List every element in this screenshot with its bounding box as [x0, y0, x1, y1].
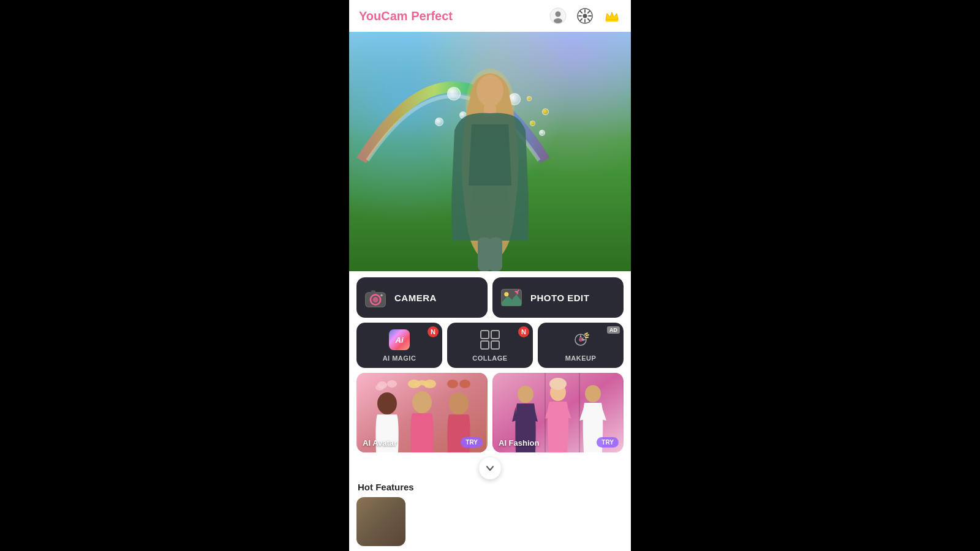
secondary-buttons-row: Ai AI MAGIC N COLLAGE N: [356, 323, 624, 368]
scroll-indicator: [356, 457, 624, 479]
makeup-badge: AD: [607, 326, 620, 334]
camera-button[interactable]: CAMERA: [356, 277, 488, 318]
svg-point-34: [459, 380, 470, 388]
ai-magic-label: AI MAGIC: [383, 354, 417, 362]
hot-features-title: Hot Features: [356, 482, 624, 492]
app-logo: YouCam Perfect: [359, 9, 453, 23]
ai-magic-button[interactable]: Ai AI MAGIC N: [356, 323, 442, 368]
crown-icon[interactable]: [603, 7, 621, 25]
svg-rect-5: [606, 20, 618, 21]
svg-point-33: [447, 380, 458, 388]
svg-point-25: [377, 392, 397, 414]
hero-image: [349, 32, 631, 271]
svg-point-36: [518, 386, 533, 403]
svg-rect-19: [491, 331, 499, 339]
svg-point-1: [556, 12, 561, 17]
app-container: YouCam Perfect: [349, 0, 631, 551]
svg-point-28: [375, 384, 384, 391]
svg-point-13: [372, 297, 378, 302]
makeup-label: MAKEUP: [565, 354, 597, 362]
svg-point-17: [504, 292, 508, 296]
logo-text-plain: YouCam: [359, 9, 408, 23]
ai-fashion-try-badge: TRY: [597, 437, 619, 448]
svg-point-32: [449, 392, 469, 414]
bottom-panel: CAMERA PHOTO EDIT: [349, 271, 631, 551]
header: YouCam Perfect: [349, 0, 631, 32]
svg-point-29: [412, 391, 432, 413]
main-buttons-row: CAMERA PHOTO EDIT: [356, 277, 624, 318]
svg-point-38: [549, 378, 567, 390]
ai-avatar-label: AI Avatar: [363, 438, 397, 448]
ai-fashion-label: AI Fashion: [499, 438, 539, 448]
makeup-icon: [570, 329, 592, 351]
hot-features-section: Hot Features: [356, 482, 624, 546]
makeup-button[interactable]: MAKEUP AD: [538, 323, 624, 368]
svg-rect-14: [371, 290, 375, 293]
camera-button-icon: [363, 285, 388, 310]
photo-edit-label: PHOTO EDIT: [530, 293, 589, 303]
camera-icon: [364, 286, 387, 309]
collage-icon: [479, 329, 501, 351]
photo-edit-icon: [500, 286, 523, 309]
collage-button[interactable]: COLLAGE N: [447, 323, 533, 368]
svg-point-27: [387, 380, 397, 388]
hot-feature-card-1[interactable]: [356, 497, 405, 546]
collage-badge: N: [518, 326, 529, 337]
settings-icon[interactable]: [576, 7, 594, 25]
svg-point-39: [585, 385, 601, 402]
chevron-down-icon: [485, 463, 495, 473]
ai-fashion-card[interactable]: AI Fashion TRY: [492, 373, 624, 452]
ai-magic-badge: N: [428, 326, 439, 337]
logo-text-colored: Perfect: [411, 9, 453, 23]
photo-edit-button[interactable]: PHOTO EDIT: [492, 277, 624, 318]
svg-point-2: [554, 18, 562, 23]
hot-features-row: [356, 497, 624, 546]
profile-icon[interactable]: [549, 7, 567, 25]
svg-rect-18: [481, 331, 489, 339]
collage-label: COLLAGE: [472, 354, 507, 362]
photo-edit-button-icon: [499, 285, 524, 310]
feature-cards-row: AI Avatar TRY: [356, 373, 624, 452]
ai-avatar-card[interactable]: AI Avatar TRY: [356, 373, 488, 452]
svg-point-23: [579, 338, 582, 342]
scroll-down-button[interactable]: [479, 457, 501, 479]
svg-rect-21: [491, 341, 499, 349]
svg-rect-10: [489, 238, 502, 271]
hero-background: [349, 32, 631, 271]
header-icons: [549, 7, 621, 25]
svg-rect-20: [481, 341, 489, 349]
camera-label: CAMERA: [394, 293, 437, 303]
svg-point-7: [477, 75, 503, 107]
ai-avatar-try-badge: TRY: [461, 437, 483, 448]
person-silhouette: [429, 63, 551, 271]
svg-point-4: [583, 14, 587, 18]
hot-feature-bg-1: [356, 497, 405, 546]
ai-magic-icon: Ai: [388, 329, 410, 351]
svg-point-15: [380, 294, 383, 297]
